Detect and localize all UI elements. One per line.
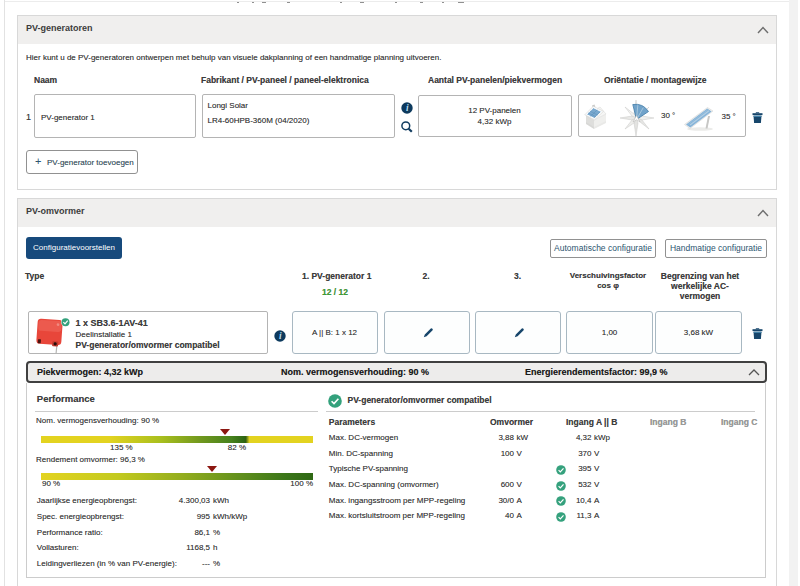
svg-text:i: i (405, 103, 408, 113)
svg-text:i: i (279, 331, 282, 341)
